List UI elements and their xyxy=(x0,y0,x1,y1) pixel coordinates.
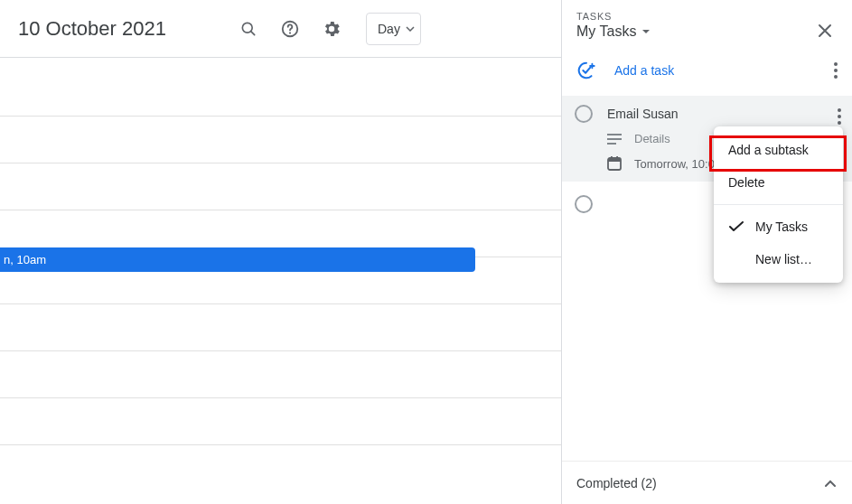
tasks-list-name: My Tasks xyxy=(576,23,636,40)
add-task-label: Add a task xyxy=(614,63,674,78)
check-icon xyxy=(728,221,744,232)
add-task-icon xyxy=(576,61,596,80)
chevron-down-icon xyxy=(406,26,415,32)
ctx-mytasks-label: My Tasks xyxy=(755,219,808,234)
calendar-event[interactable]: n, 10am xyxy=(0,247,475,272)
search-icon[interactable] xyxy=(230,11,267,47)
view-selector-label: Day xyxy=(378,22,400,36)
svg-rect-22 xyxy=(611,156,613,160)
task-date-label: Tomorrow, 10:00 xyxy=(634,157,721,171)
task-context-menu: Add a subtask Delete My Tasks New list… xyxy=(714,126,843,283)
tasks-add-row: Add a task xyxy=(562,45,852,96)
ctx-add-subtask-label: Add a subtask xyxy=(728,143,809,157)
settings-icon[interactable] xyxy=(314,11,350,47)
task-more-icon[interactable] xyxy=(834,105,845,128)
tasks-menu-icon[interactable] xyxy=(834,62,838,79)
event-label: n, 10am xyxy=(4,253,46,266)
svg-rect-23 xyxy=(616,156,618,160)
svg-line-1 xyxy=(251,31,255,34)
ctx-list-mytasks[interactable]: My Tasks xyxy=(714,210,843,243)
completed-toggle[interactable]: Completed (2) xyxy=(562,461,852,504)
task-complete-toggle[interactable] xyxy=(575,105,593,123)
tasks-panel-label: TASKS xyxy=(576,11,838,22)
task-details-label: Details xyxy=(634,132,670,145)
ctx-newlist-label: New list… xyxy=(755,252,812,266)
task-title: Email Susan xyxy=(607,107,679,121)
help-icon[interactable] xyxy=(272,11,308,47)
close-icon[interactable] xyxy=(814,20,836,42)
tasks-header: TASKS My Tasks xyxy=(562,0,852,45)
add-task-button[interactable]: Add a task xyxy=(576,61,674,80)
ctx-new-list[interactable]: New list… xyxy=(714,243,843,275)
calendar-icon xyxy=(607,156,622,171)
task-complete-toggle[interactable] xyxy=(575,195,593,213)
date-title: 10 October 2021 xyxy=(18,17,166,41)
view-selector[interactable]: Day xyxy=(366,13,421,45)
details-icon xyxy=(607,134,622,145)
svg-rect-21 xyxy=(608,158,621,162)
chevron-down-icon xyxy=(641,29,651,34)
topbar-tools: Day xyxy=(230,11,421,47)
ctx-add-subtask[interactable]: Add a subtask xyxy=(714,134,843,166)
completed-label: Completed (2) xyxy=(576,476,657,490)
ctx-delete[interactable]: Delete xyxy=(714,166,843,199)
svg-point-3 xyxy=(289,32,291,33)
tasks-list-selector[interactable]: My Tasks xyxy=(576,23,838,40)
ctx-separator xyxy=(714,204,843,205)
chevron-up-icon xyxy=(825,480,836,487)
ctx-delete-label: Delete xyxy=(728,175,764,190)
